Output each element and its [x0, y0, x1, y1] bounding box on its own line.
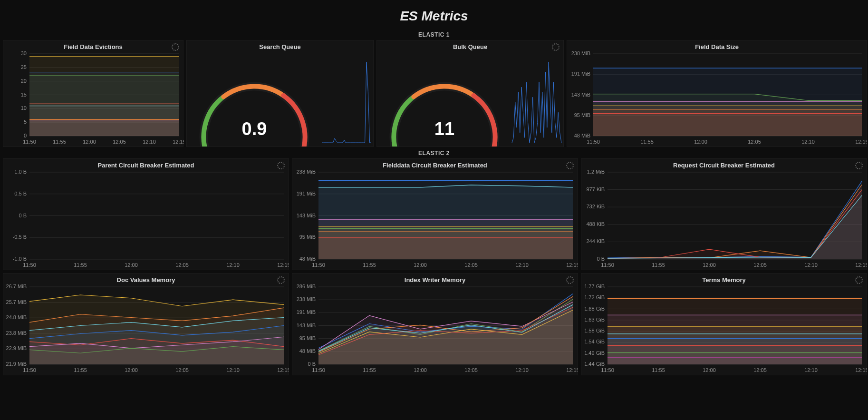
svg-text:12:15: 12:15 [277, 262, 289, 268]
svg-text:12:05: 12:05 [753, 262, 767, 268]
svg-text:11:50: 11:50 [23, 139, 36, 145]
svg-text:1.58 GiB: 1.58 GiB [584, 328, 605, 333]
chart-doc-values[interactable]: 21.9 MiB22.9 MiB23.8 MiB24.8 MiB25.7 MiB… [3, 284, 289, 375]
svg-text:11:55: 11:55 [363, 367, 376, 373]
panel-search-queue[interactable]: Search Queue 0.9 [186, 40, 374, 147]
panel-fielddata-cb[interactable]: Fielddata Circuit Breaker Estimated 48 M… [292, 158, 578, 270]
panel-parent-cb[interactable]: Parent Circuit Breaker Estimated -1.0 B-… [3, 158, 289, 270]
svg-text:11:55: 11:55 [53, 139, 66, 145]
svg-text:12:10: 12:10 [226, 367, 240, 373]
svg-text:11:55: 11:55 [74, 367, 87, 373]
svg-text:12:10: 12:10 [515, 367, 529, 373]
gauge-bulk-queue[interactable]: 11 [377, 51, 564, 147]
svg-text:12:00: 12:00 [703, 262, 716, 268]
svg-text:26.7 MiB: 26.7 MiB [6, 284, 27, 289]
loading-icon [277, 162, 285, 169]
svg-text:95 MiB: 95 MiB [299, 234, 316, 240]
svg-text:12:10: 12:10 [143, 139, 156, 145]
chart-parent-cb[interactable]: -1.0 B-0.5 B0 B0.5 B1.0 B11:5011:5512:00… [3, 170, 289, 270]
svg-text:0.9: 0.9 [242, 119, 267, 139]
svg-text:12:00: 12:00 [703, 367, 716, 373]
svg-text:10: 10 [21, 105, 27, 111]
panel-field-data-evictions[interactable]: Field Data Evictions 05101520253011:5011… [3, 40, 183, 147]
panel-terms-memory[interactable]: Terms Memory 1.44 GiB1.49 GiB1.54 GiB1.5… [581, 273, 867, 375]
gauge-search-queue[interactable]: 0.9 [187, 51, 374, 147]
panel-title: Field Data Evictions [3, 40, 183, 51]
panel-title: Fielddata Circuit Breaker Estimated [292, 159, 578, 170]
svg-text:5: 5 [24, 119, 27, 125]
chart-field-data-evictions[interactable]: 05101520253011:5011:5512:0012:0512:1012:… [3, 51, 184, 147]
loading-icon [566, 276, 574, 284]
svg-text:12:10: 12:10 [804, 262, 818, 268]
svg-text:12:05: 12:05 [748, 139, 761, 145]
svg-text:0 B: 0 B [19, 213, 27, 218]
svg-text:11:55: 11:55 [640, 139, 654, 145]
svg-text:12:15: 12:15 [855, 139, 867, 145]
loading-icon [566, 162, 574, 169]
panel-doc-values[interactable]: Doc Values Memory 21.9 MiB22.9 MiB23.8 M… [3, 273, 289, 375]
panel-bulk-queue[interactable]: Bulk Queue 11 [376, 40, 564, 147]
svg-text:12:15: 12:15 [566, 262, 578, 268]
svg-text:25.7 MiB: 25.7 MiB [6, 299, 27, 305]
svg-text:1.72 GiB: 1.72 GiB [584, 294, 605, 300]
svg-text:286 MiB: 286 MiB [297, 284, 316, 289]
panel-index-writer[interactable]: Index Writer Memory 0 B48 MiB95 MiB143 M… [292, 273, 578, 375]
svg-text:11: 11 [434, 119, 454, 139]
svg-text:0 B: 0 B [308, 361, 316, 367]
svg-text:11:55: 11:55 [363, 262, 376, 268]
svg-text:48 MiB: 48 MiB [299, 348, 316, 354]
panel-title: Search Queue [187, 40, 373, 51]
svg-text:12:00: 12:00 [125, 262, 138, 268]
svg-text:11:55: 11:55 [74, 262, 87, 268]
svg-text:12:00: 12:00 [125, 367, 138, 373]
svg-text:143 MiB: 143 MiB [297, 322, 316, 328]
svg-text:0.5 B: 0.5 B [14, 191, 27, 196]
panel-title: Parent Circuit Breaker Estimated [3, 159, 289, 170]
svg-text:48 MiB: 48 MiB [574, 133, 590, 138]
svg-text:11:50: 11:50 [601, 367, 614, 373]
svg-text:95 MiB: 95 MiB [574, 112, 590, 118]
loading-icon [277, 276, 285, 284]
svg-text:12:00: 12:00 [414, 262, 427, 268]
loading-icon [172, 43, 179, 51]
svg-text:238 MiB: 238 MiB [571, 51, 590, 56]
panel-field-data-size[interactable]: Field Data Size 48 MiB95 MiB143 MiB191 M… [567, 40, 867, 147]
svg-text:12:10: 12:10 [804, 367, 818, 373]
chart-terms-memory[interactable]: 1.44 GiB1.49 GiB1.54 GiB1.58 GiB1.63 GiB… [581, 284, 867, 375]
svg-text:12:00: 12:00 [414, 367, 427, 373]
svg-text:488 KiB: 488 KiB [586, 221, 605, 227]
svg-text:95 MiB: 95 MiB [299, 335, 316, 341]
svg-text:30: 30 [21, 51, 27, 56]
svg-text:244 KiB: 244 KiB [586, 238, 605, 244]
svg-text:11:50: 11:50 [587, 139, 600, 145]
svg-text:12:15: 12:15 [566, 367, 578, 373]
svg-text:11:55: 11:55 [652, 367, 665, 373]
svg-text:732 KiB: 732 KiB [586, 204, 605, 209]
svg-text:11:50: 11:50 [23, 367, 36, 373]
svg-text:143 MiB: 143 MiB [571, 92, 590, 98]
svg-text:20: 20 [21, 78, 27, 84]
svg-text:12:10: 12:10 [226, 262, 240, 268]
svg-text:191 MiB: 191 MiB [571, 71, 590, 77]
svg-text:11:55: 11:55 [652, 262, 665, 268]
svg-text:15: 15 [21, 92, 27, 98]
chart-request-cb[interactable]: 0 B244 KiB488 KiB732 KiB977 KiB1.2 MiB11… [581, 170, 867, 270]
svg-text:25: 25 [21, 64, 27, 70]
chart-fielddata-cb[interactable]: 48 MiB95 MiB143 MiB191 MiB238 MiB11:5011… [292, 170, 578, 270]
svg-text:1.63 GiB: 1.63 GiB [584, 317, 605, 322]
svg-text:48 MiB: 48 MiB [299, 256, 316, 262]
svg-text:12:05: 12:05 [464, 367, 478, 373]
svg-text:12:15: 12:15 [277, 367, 289, 373]
svg-text:12:05: 12:05 [113, 139, 126, 145]
chart-field-data-size[interactable]: 48 MiB95 MiB143 MiB191 MiB238 MiB11:5011… [567, 51, 867, 147]
loading-icon [855, 162, 863, 169]
panel-request-cb[interactable]: Request Circuit Breaker Estimated 0 B244… [581, 158, 867, 270]
row-header-elastic1: ELASTIC 1 [0, 29, 868, 40]
svg-text:-0.5 B: -0.5 B [13, 234, 27, 240]
svg-text:12:00: 12:00 [694, 139, 707, 145]
chart-index-writer[interactable]: 0 B48 MiB95 MiB143 MiB191 MiB238 MiB286 … [292, 284, 578, 375]
svg-text:1.2 MiB: 1.2 MiB [587, 170, 605, 175]
panel-title: Index Writer Memory [292, 273, 578, 284]
panel-title: Request Circuit Breaker Estimated [581, 159, 867, 170]
svg-text:1.49 GiB: 1.49 GiB [584, 350, 605, 356]
